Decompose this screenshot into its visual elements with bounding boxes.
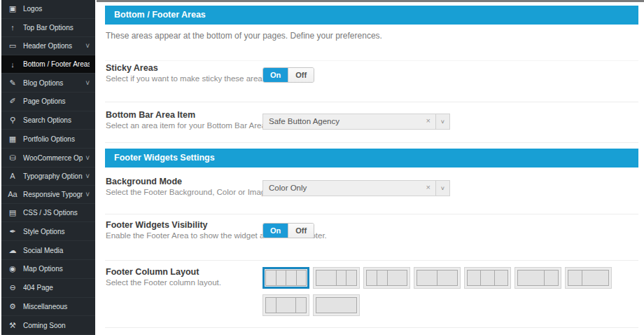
layout-column [367,271,377,285]
clear-icon[interactable]: × [424,114,435,129]
content-panel: Bottom / Footer Areas These areas appear… [105,0,638,335]
letters-aa-icon: Aa [8,190,18,198]
section-banner-footer-widgets-settings: Footer Widgets Settings [105,149,638,168]
cloud-icon: ☁ [8,246,18,255]
layout-option-full-width[interactable] [313,294,360,316]
layout-option-half-quarter-quarter[interactable] [313,267,360,289]
sidebar-item-style-options[interactable]: ✒Style Options [1,222,95,241]
layout-column [582,271,608,285]
sidebar-item-responsive-typography[interactable]: AaResponsive Typography˅ [1,186,95,204]
layout-option-columns [517,270,559,286]
magnifier-icon: ⚲ [8,116,18,125]
layout-column [276,271,287,285]
footer-layout-options [262,267,621,322]
sidebar-item-label: Search Options [23,116,90,124]
chevron-down-icon: ˅ [85,79,90,87]
sidebar-item-social-media[interactable]: ☁Social Media [1,241,95,260]
sidebar-item-bottom-footer-areas[interactable]: ↓Bottom / Footer Areas [1,55,95,74]
sidebar-item-label: Logos [23,5,90,13]
layout-option-columns [568,270,609,286]
sidebar-item-miscellaneous[interactable]: ⚙Miscellaneous [1,298,95,317]
layout-option-half-half[interactable] [414,267,461,289]
layout-option-columns [366,270,407,286]
sidebar-item-logos[interactable]: ▣Logos [1,0,95,19]
sidebar-item-coming-soon[interactable]: ⚒Coming Soon [1,316,95,335]
pen-icon: ✒ [8,227,18,236]
sidebar-item-label: 404 Page [23,284,90,292]
sidebar-item-search-options[interactable]: ⚲Search Options [1,111,95,130]
sticky-areas-toggle-on-button[interactable]: On [263,68,288,82]
layout-column [316,298,356,313]
layout-option-columns [316,297,357,313]
section-title: Footer Widgets Settings [114,153,215,163]
layout-option-twothirds-third[interactable] [514,267,561,289]
layout-option-third-twothirds[interactable] [565,267,612,289]
layout-column [346,271,356,285]
section-intro-text: These areas appear at the bottom of your… [106,31,382,41]
layout-column [518,271,545,285]
chevron-down-icon[interactable]: ˅ [435,114,449,129]
sidebar-item-blog-options[interactable]: ✎Blog Options˅ [1,74,95,93]
sidebar-item-label: Typography Options [23,172,83,180]
sidebar-item-label: Blog Options [23,79,83,87]
layout-column [481,271,494,285]
footer-widgets-visibility-toggle-off-button[interactable]: Off [288,224,314,238]
divider [105,102,638,102]
divider [105,327,638,328]
sidebar-item-portfolio-options[interactable]: ▦Portfolio Options [1,130,95,149]
sidebar-item-woocommerce-options[interactable]: ⛁WooCommerce Options˅ [1,149,95,168]
chevron-down-icon: ˅ [85,154,90,162]
pin-icon: ◉ [8,264,18,273]
sidebar-item-header-options[interactable]: ▭Header Options˅ [1,37,95,56]
sidebar-item-css-js-options[interactable]: ▤CSS / JS Options [1,204,95,223]
sidebar-item-map-options[interactable]: ◉Map Options [1,260,95,279]
divider [105,214,638,214]
layout-option-quarter-quarter-half[interactable] [363,267,410,289]
sidebar-item-label: WooCommerce Options [23,154,83,162]
background-mode-description: Select the Footer Background, Color or I… [106,188,272,196]
sidebar-item-typography-options[interactable]: ATypography Options˅ [1,168,95,186]
section-title: Bottom / Footer Areas [114,10,206,20]
sidebar-item-label: Responsive Typography [23,191,83,198]
layout-option-quarter-half-quarter[interactable] [262,294,309,316]
layout-column [266,271,276,285]
layout-option-columns [467,270,508,286]
sidebar-item-label: Coming Soon [23,322,90,329]
background-mode-label: Background Mode [106,177,182,186]
layout-column [316,271,337,285]
clear-icon[interactable]: × [424,181,435,196]
sticky-areas-description: Select if you want to make sticky these … [106,74,269,83]
sticky-areas-label: Sticky Areas [106,63,158,73]
code-file-icon: ▤ [8,208,18,217]
image-icon: ▣ [8,4,18,13]
sidebar-item-page-options[interactable]: ✐Page Options [1,93,95,111]
gear-icon: ⚙ [8,302,18,311]
sidebar-item-label: Bottom / Footer Areas [23,60,90,68]
section-banner-bottom-footer-areas: Bottom / Footer Areas [105,6,638,25]
cart-icon: ⛁ [8,153,18,163]
footer-widgets-visibility-label: Footer Widgets Visibility [106,220,208,230]
divider [105,142,638,143]
background-mode-select[interactable]: Color Only × ˅ [262,180,450,196]
layout-option-quarter-x4[interactable] [262,267,309,289]
chevron-down-icon: ˅ [85,42,90,50]
theme-options-page: ▣Logos↑Top Bar Options▭Header Options˅↓B… [0,0,644,335]
layout-option-third-x3[interactable] [464,267,511,289]
sidebar-item-label: CSS / JS Options [23,209,90,217]
bottom-bar-area-item-select[interactable]: Safe Button Agency × ˅ [262,114,450,130]
monitor-icon: ▭ [8,41,18,50]
layout-option-columns [416,270,458,286]
pencil-icon: ✐ [8,97,18,106]
sidebar-item-label: Page Options [23,97,90,105]
sidebar-item-top-bar-options[interactable]: ↑Top Bar Options [1,19,95,37]
minus-circle-icon: ⊖ [8,283,18,292]
layout-column [296,298,306,313]
layout-column [337,271,347,285]
layout-column [286,271,297,285]
sidebar-item-label: Miscellaneous [23,303,90,310]
footer-widgets-visibility-toggle-on-button[interactable]: On [263,224,288,238]
chevron-down-icon[interactable]: ˅ [435,181,449,196]
sidebar-item-404-page[interactable]: ⊖404 Page [1,279,95,298]
bottom-bar-area-item-description: Select an area item for your Bottom Bar … [106,121,268,130]
sticky-areas-toggle-off-button[interactable]: Off [288,68,314,82]
